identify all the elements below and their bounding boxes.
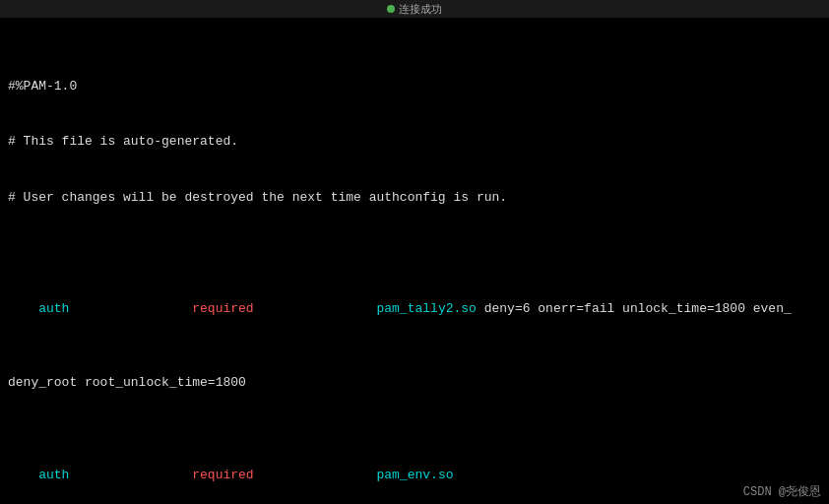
line-auth-tally: auth required pam_tally2.so deny=6 onerr…: [8, 282, 821, 338]
csdn-label: CSDN @尧俊恩: [743, 483, 821, 500]
bottom-bar: CSDN @尧俊恩: [0, 479, 829, 504]
line-comment-3: # User changes will be destroyed the nex…: [8, 189, 821, 208]
status-dot: [387, 5, 395, 13]
connection-status: 连接成功: [387, 2, 442, 17]
line-comment-2: # This file is auto-generated.: [8, 133, 821, 152]
terminal-content: #%PAM-1.0 # This file is auto-generated.…: [0, 18, 829, 504]
status-text: 连接成功: [399, 2, 442, 17]
line-auth-tally-wrap: deny_root root_unlock_time=1800: [8, 374, 821, 393]
top-bar: 连接成功: [0, 0, 829, 18]
line-comment-1: #%PAM-1.0: [8, 78, 821, 96]
